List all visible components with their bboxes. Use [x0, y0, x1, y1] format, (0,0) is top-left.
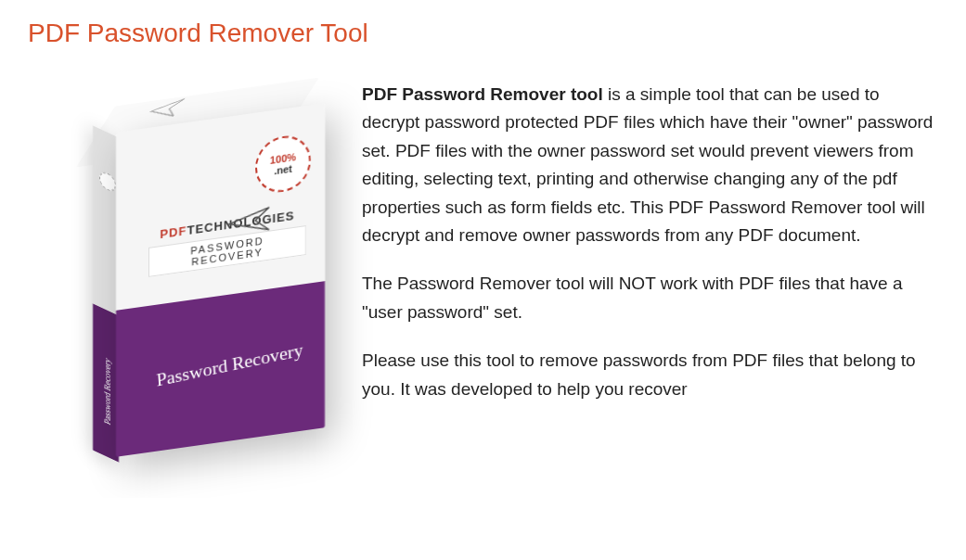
- brand-pdf: PDF: [160, 223, 187, 241]
- description-paragraph-2: The Password Remover tool will NOT work …: [362, 270, 938, 326]
- description-paragraph-1: PDF Password Remover tool is a simple to…: [362, 81, 938, 249]
- description-p1-rest: is a simple tool that can be used to dec…: [362, 84, 933, 245]
- content-wrapper: PDFTECHNOLOGIES Password Recovery 100% .…: [28, 81, 938, 479]
- product-box-image: PDFTECHNOLOGIES Password Recovery 100% .…: [28, 81, 334, 479]
- description-paragraph-3: Please use this tool to remove passwords…: [362, 347, 938, 403]
- badge-sub-text: .net: [274, 163, 292, 177]
- description-bold-intro: PDF Password Remover tool: [362, 84, 603, 104]
- page-title: PDF Password Remover Tool: [28, 19, 938, 48]
- description-text: PDF Password Remover tool is a simple to…: [362, 81, 938, 424]
- box-side-label: Password Recovery: [103, 356, 112, 426]
